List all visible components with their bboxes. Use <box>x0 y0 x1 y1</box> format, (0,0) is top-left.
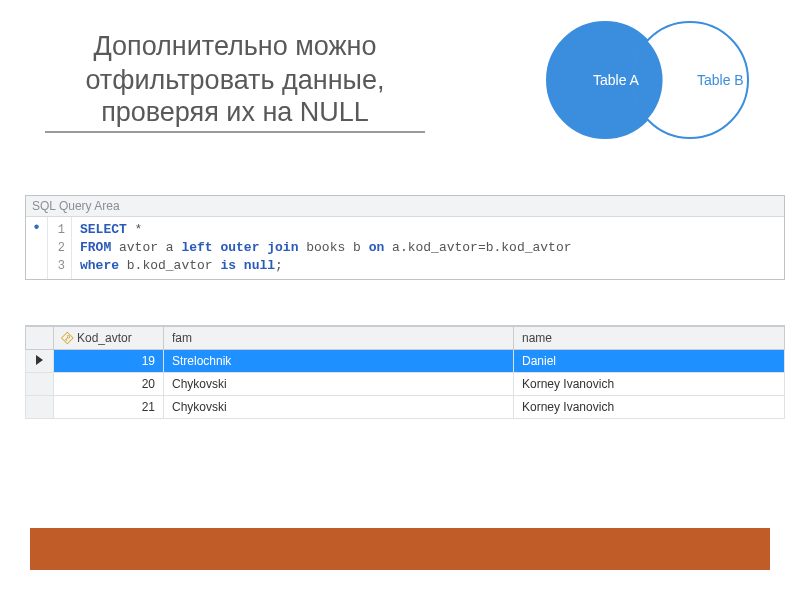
current-row-icon <box>36 355 43 365</box>
table-row[interactable]: 19StrelochnikDaniel <box>26 350 785 373</box>
table-cell[interactable]: 20 <box>54 373 164 396</box>
column-header[interactable]: name <box>514 327 785 350</box>
row-indicator-cell <box>26 350 54 373</box>
table-cell[interactable]: Strelochnik <box>164 350 514 373</box>
sql-code-area[interactable]: SELECT *FROM avtor a left outer join boo… <box>72 217 784 279</box>
venn-label-a: Table A <box>593 72 640 88</box>
slide-footer-bar <box>30 528 770 570</box>
title-line-1: Дополнительно можно <box>93 31 376 61</box>
table-cell[interactable]: Chykovski <box>164 373 514 396</box>
table-cell[interactable]: 19 <box>54 350 164 373</box>
change-marker: • <box>26 217 48 279</box>
sql-query-panel: SQL Query Area • 123 SELECT *FROM avtor … <box>25 195 785 280</box>
slide-title: Дополнительно можно отфильтровать данные… <box>45 30 425 133</box>
table-row[interactable]: 20ChykovskiKorney Ivanovich <box>26 373 785 396</box>
row-indicator-cell <box>26 396 54 419</box>
title-line-2: отфильтровать данные, <box>85 65 384 95</box>
row-indicator-cell <box>26 373 54 396</box>
table-row[interactable]: 21ChykovskiKorney Ivanovich <box>26 396 785 419</box>
table-cell[interactable]: Korney Ivanovich <box>514 396 785 419</box>
line-number-gutter: 123 <box>48 217 72 279</box>
venn-label-b: Table B <box>697 72 744 88</box>
title-line-3: проверяя их на NULL <box>45 96 425 134</box>
table-cell[interactable]: Chykovski <box>164 396 514 419</box>
venn-diagram: Table A Table B <box>525 15 765 145</box>
sql-query-header: SQL Query Area <box>26 196 784 217</box>
table-cell[interactable]: Korney Ivanovich <box>514 373 785 396</box>
column-header[interactable]: fam <box>164 327 514 350</box>
table-cell[interactable]: Daniel <box>514 350 785 373</box>
row-selector-header <box>26 327 54 350</box>
results-grid: ⚿Kod_avtorfamname 19StrelochnikDaniel20C… <box>25 325 785 419</box>
column-header[interactable]: ⚿Kod_avtor <box>54 327 164 350</box>
table-cell[interactable]: 21 <box>54 396 164 419</box>
results-header-row: ⚿Kod_avtorfamname <box>26 327 785 350</box>
primary-key-icon: ⚿ <box>59 330 75 346</box>
